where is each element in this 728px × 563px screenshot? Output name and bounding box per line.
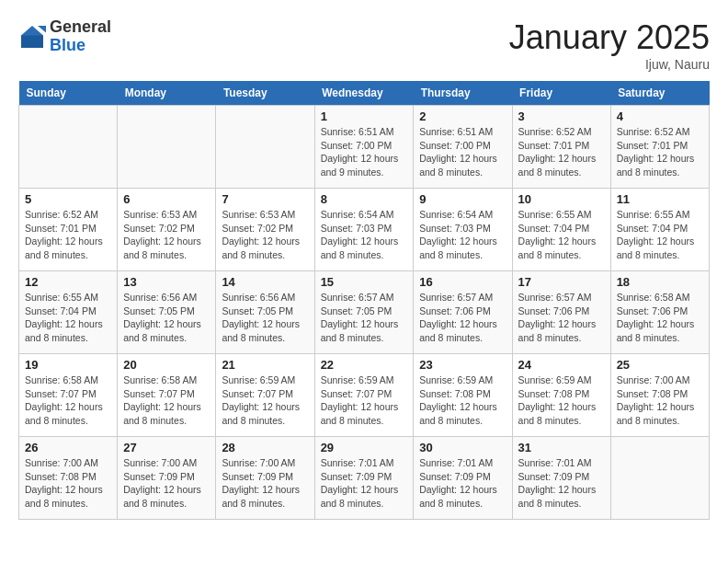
day-info: Sunrise: 6:58 AM Sunset: 7:07 PM Dayligh… xyxy=(25,373,111,428)
day-of-week-header: Monday xyxy=(118,81,216,106)
day-of-week-header: Wednesday xyxy=(314,81,414,106)
calendar-week-row: 26Sunrise: 7:00 AM Sunset: 7:08 PM Dayli… xyxy=(19,437,710,520)
calendar-cell: 17Sunrise: 6:57 AM Sunset: 7:06 PM Dayli… xyxy=(512,271,610,354)
day-info: Sunrise: 6:59 AM Sunset: 7:07 PM Dayligh… xyxy=(222,373,308,428)
day-number: 18 xyxy=(617,275,703,289)
day-info: Sunrise: 6:54 AM Sunset: 7:03 PM Dayligh… xyxy=(419,208,506,262)
day-number: 10 xyxy=(518,192,605,206)
day-number: 31 xyxy=(518,441,605,454)
logo-icon xyxy=(18,23,46,51)
day-info: Sunrise: 6:51 AM Sunset: 7:00 PM Dayligh… xyxy=(321,125,408,179)
day-info: Sunrise: 6:55 AM Sunset: 7:04 PM Dayligh… xyxy=(518,208,605,262)
calendar-cell: 29Sunrise: 7:01 AM Sunset: 7:09 PM Dayli… xyxy=(314,437,414,520)
svg-marker-1 xyxy=(38,26,46,33)
day-info: Sunrise: 6:58 AM Sunset: 7:06 PM Dayligh… xyxy=(617,291,703,345)
calendar-cell: 25Sunrise: 7:00 AM Sunset: 7:08 PM Dayli… xyxy=(610,354,709,437)
day-of-week-header: Thursday xyxy=(414,81,512,106)
day-info: Sunrise: 7:00 AM Sunset: 7:08 PM Dayligh… xyxy=(25,456,111,511)
day-number: 17 xyxy=(518,275,605,289)
page-header: General Blue January 2025 Ijuw, Nauru xyxy=(18,18,710,72)
day-number: 9 xyxy=(419,192,506,206)
day-number: 15 xyxy=(321,275,408,289)
day-number: 7 xyxy=(222,192,308,206)
day-number: 30 xyxy=(419,441,506,454)
day-number: 14 xyxy=(222,275,308,289)
logo-blue-text: Blue xyxy=(50,36,85,54)
day-number: 16 xyxy=(419,275,506,289)
day-info: Sunrise: 6:55 AM Sunset: 7:04 PM Dayligh… xyxy=(617,208,703,262)
calendar-cell xyxy=(216,106,314,189)
calendar-cell: 22Sunrise: 6:59 AM Sunset: 7:07 PM Dayli… xyxy=(314,354,414,437)
location: Ijuw, Nauru xyxy=(509,57,710,72)
logo: General Blue xyxy=(18,18,111,55)
day-info: Sunrise: 6:58 AM Sunset: 7:07 PM Dayligh… xyxy=(123,373,210,428)
day-number: 6 xyxy=(123,192,210,206)
calendar-cell: 12Sunrise: 6:55 AM Sunset: 7:04 PM Dayli… xyxy=(19,271,118,354)
day-info: Sunrise: 6:59 AM Sunset: 7:07 PM Dayligh… xyxy=(321,373,408,428)
calendar-cell: 3Sunrise: 6:52 AM Sunset: 7:01 PM Daylig… xyxy=(512,106,610,189)
day-number: 8 xyxy=(321,192,408,206)
calendar-cell: 19Sunrise: 6:58 AM Sunset: 7:07 PM Dayli… xyxy=(19,354,118,437)
day-info: Sunrise: 6:59 AM Sunset: 7:08 PM Dayligh… xyxy=(518,373,605,428)
day-of-week-header: Sunday xyxy=(19,81,118,106)
day-of-week-header: Saturday xyxy=(610,81,709,106)
calendar-cell: 21Sunrise: 6:59 AM Sunset: 7:07 PM Dayli… xyxy=(216,354,314,437)
day-info: Sunrise: 6:54 AM Sunset: 7:03 PM Dayligh… xyxy=(321,208,408,262)
calendar-cell: 7Sunrise: 6:53 AM Sunset: 7:02 PM Daylig… xyxy=(216,189,314,271)
day-number: 23 xyxy=(419,358,506,372)
calendar-cell: 20Sunrise: 6:58 AM Sunset: 7:07 PM Dayli… xyxy=(118,354,216,437)
calendar-week-row: 1Sunrise: 6:51 AM Sunset: 7:00 PM Daylig… xyxy=(19,106,710,189)
calendar-cell: 5Sunrise: 6:52 AM Sunset: 7:01 PM Daylig… xyxy=(19,189,118,271)
day-number: 3 xyxy=(518,109,605,123)
title-block: January 2025 Ijuw, Nauru xyxy=(509,18,710,72)
day-info: Sunrise: 6:57 AM Sunset: 7:06 PM Dayligh… xyxy=(518,291,605,345)
day-number: 12 xyxy=(25,275,111,289)
day-number: 19 xyxy=(25,358,111,372)
calendar-cell: 1Sunrise: 6:51 AM Sunset: 7:00 PM Daylig… xyxy=(314,106,414,189)
day-info: Sunrise: 6:57 AM Sunset: 7:05 PM Dayligh… xyxy=(321,291,408,345)
day-info: Sunrise: 6:52 AM Sunset: 7:01 PM Dayligh… xyxy=(617,125,703,179)
calendar-cell: 27Sunrise: 7:00 AM Sunset: 7:09 PM Dayli… xyxy=(118,437,216,520)
calendar-header-row: SundayMondayTuesdayWednesdayThursdayFrid… xyxy=(19,81,710,106)
day-info: Sunrise: 6:51 AM Sunset: 7:00 PM Dayligh… xyxy=(419,125,506,179)
day-number: 28 xyxy=(222,441,308,454)
calendar-cell: 24Sunrise: 6:59 AM Sunset: 7:08 PM Dayli… xyxy=(512,354,610,437)
day-info: Sunrise: 6:53 AM Sunset: 7:02 PM Dayligh… xyxy=(222,208,308,262)
calendar-cell: 6Sunrise: 6:53 AM Sunset: 7:02 PM Daylig… xyxy=(118,189,216,271)
day-number: 26 xyxy=(25,441,111,454)
day-of-week-header: Tuesday xyxy=(216,81,314,106)
calendar-week-row: 5Sunrise: 6:52 AM Sunset: 7:01 PM Daylig… xyxy=(19,189,710,271)
day-info: Sunrise: 6:53 AM Sunset: 7:02 PM Dayligh… xyxy=(123,208,210,262)
day-number: 20 xyxy=(123,358,210,372)
day-info: Sunrise: 6:52 AM Sunset: 7:01 PM Dayligh… xyxy=(518,125,605,179)
day-number: 27 xyxy=(123,441,210,454)
day-info: Sunrise: 7:01 AM Sunset: 7:09 PM Dayligh… xyxy=(518,456,605,511)
day-number: 29 xyxy=(321,441,408,454)
day-number: 1 xyxy=(321,109,408,123)
day-number: 24 xyxy=(518,358,605,372)
calendar-cell: 4Sunrise: 6:52 AM Sunset: 7:01 PM Daylig… xyxy=(610,106,709,189)
calendar-week-row: 19Sunrise: 6:58 AM Sunset: 7:07 PM Dayli… xyxy=(19,354,710,437)
day-info: Sunrise: 7:00 AM Sunset: 7:09 PM Dayligh… xyxy=(123,456,210,511)
calendar-cell: 8Sunrise: 6:54 AM Sunset: 7:03 PM Daylig… xyxy=(314,189,414,271)
calendar-cell xyxy=(610,437,709,520)
calendar-cell: 30Sunrise: 7:01 AM Sunset: 7:09 PM Dayli… xyxy=(414,437,512,520)
logo-general-text: General xyxy=(50,17,111,36)
calendar-cell: 16Sunrise: 6:57 AM Sunset: 7:06 PM Dayli… xyxy=(414,271,512,354)
calendar-week-row: 12Sunrise: 6:55 AM Sunset: 7:04 PM Dayli… xyxy=(19,271,710,354)
month-title: January 2025 xyxy=(509,18,710,57)
day-info: Sunrise: 7:00 AM Sunset: 7:08 PM Dayligh… xyxy=(617,373,703,428)
day-number: 21 xyxy=(222,358,308,372)
day-info: Sunrise: 6:56 AM Sunset: 7:05 PM Dayligh… xyxy=(222,291,308,345)
calendar-cell: 10Sunrise: 6:55 AM Sunset: 7:04 PM Dayli… xyxy=(512,189,610,271)
day-number: 22 xyxy=(321,358,408,372)
day-info: Sunrise: 6:56 AM Sunset: 7:05 PM Dayligh… xyxy=(123,291,210,345)
day-info: Sunrise: 6:52 AM Sunset: 7:01 PM Dayligh… xyxy=(25,208,111,262)
calendar-cell xyxy=(19,106,118,189)
calendar-cell: 9Sunrise: 6:54 AM Sunset: 7:03 PM Daylig… xyxy=(414,189,512,271)
day-info: Sunrise: 7:00 AM Sunset: 7:09 PM Dayligh… xyxy=(222,456,308,511)
calendar-cell: 11Sunrise: 6:55 AM Sunset: 7:04 PM Dayli… xyxy=(610,189,709,271)
calendar-cell: 18Sunrise: 6:58 AM Sunset: 7:06 PM Dayli… xyxy=(610,271,709,354)
calendar-cell: 14Sunrise: 6:56 AM Sunset: 7:05 PM Dayli… xyxy=(216,271,314,354)
calendar-cell: 28Sunrise: 7:00 AM Sunset: 7:09 PM Dayli… xyxy=(216,437,314,520)
